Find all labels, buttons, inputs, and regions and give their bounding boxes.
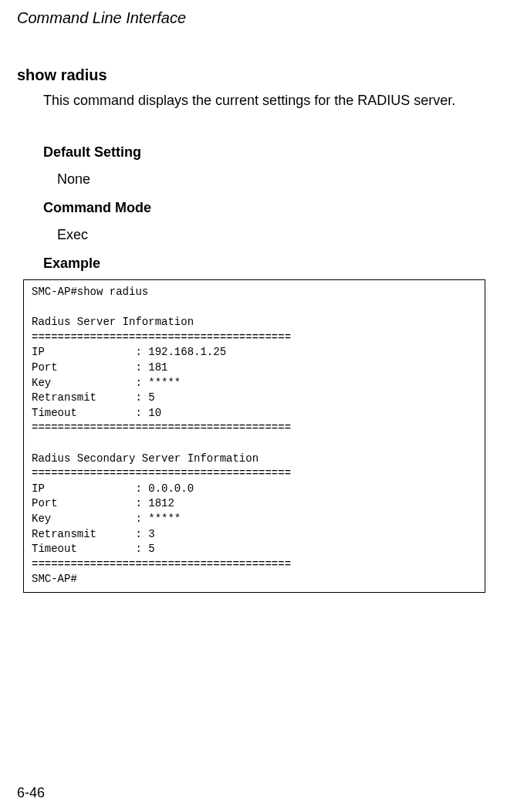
command-mode-heading: Command Mode <box>43 200 151 216</box>
example-output: SMC-AP#show radius Radius Server Informa… <box>32 285 477 587</box>
command-mode-value: Exec <box>57 227 88 243</box>
command-description: This command displays the current settin… <box>43 91 485 110</box>
page-number: 6-46 <box>17 785 45 801</box>
example-output-box: SMC-AP#show radius Radius Server Informa… <box>23 279 485 593</box>
command-title: show radius <box>17 66 107 84</box>
page-header: Command Line Interface <box>17 9 186 27</box>
default-setting-value: None <box>57 171 90 188</box>
default-setting-heading: Default Setting <box>43 144 141 161</box>
example-heading: Example <box>43 255 100 272</box>
